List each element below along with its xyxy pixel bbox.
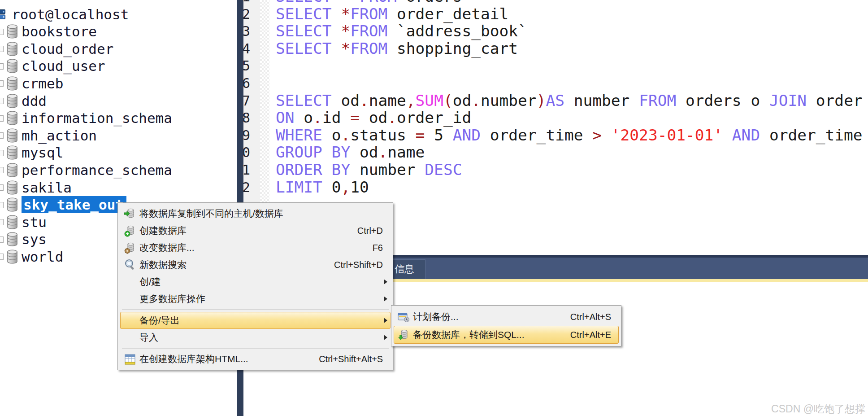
database-icon	[6, 232, 18, 246]
database-icon	[6, 94, 18, 108]
menu-item-shortcut: Ctrl+Alt+S	[570, 312, 618, 322]
menu-item-label: 备份数据库，转储到SQL...	[413, 328, 525, 341]
tree-expander[interactable]	[0, 202, 4, 208]
scheduled-backup-icon	[394, 311, 413, 323]
tree-item-cloud_order[interactable]: cloud_order	[0, 40, 113, 57]
menu-item[interactable]: 备份数据库，转储到SQL...Ctrl+Alt+E	[394, 326, 619, 344]
tree-item-connection[interactable]: root@localhost	[0, 5, 129, 23]
data-search-icon	[121, 258, 139, 271]
tree-item-ddd[interactable]: ddd	[0, 92, 47, 109]
menu-item[interactable]: 创/建	[120, 273, 391, 290]
tree-item-sky_take_out[interactable]: sky_take_out	[0, 196, 126, 214]
tree-item-mh_action[interactable]: mh_action	[0, 127, 97, 144]
line-number: 12	[243, 179, 250, 196]
menu-item[interactable]: 计划备份...Ctrl+Alt+S	[394, 308, 619, 326]
tree-expander[interactable]	[0, 132, 4, 139]
line-number: 7	[243, 92, 250, 109]
code-segment: ON	[276, 109, 295, 127]
code-line: SELECT *FROM order_detail	[276, 5, 508, 23]
code-segment: od	[453, 92, 472, 109]
code-segment: ORDER BY	[276, 161, 350, 179]
code-segment: od	[350, 143, 378, 161]
database-icon	[6, 111, 18, 125]
tree-item-bookstore[interactable]: bookstore	[0, 23, 97, 40]
code-segment: o	[322, 126, 341, 144]
code-segment: status	[350, 126, 415, 144]
menu-item[interactable]: 更多数据库操作	[120, 290, 391, 307]
database-icon	[6, 24, 18, 39]
menu-item-label: 导入	[139, 331, 158, 344]
tree-expander[interactable]	[0, 219, 4, 225]
tree-item-sys[interactable]: sys	[0, 231, 47, 248]
tree-item-label: information_schema	[22, 110, 172, 126]
code-segment: AS	[546, 92, 564, 109]
code-segment: (	[443, 92, 453, 109]
code-segment: AND	[732, 126, 760, 144]
code-segment: .	[341, 126, 350, 144]
menu-item-label: 创/建	[139, 276, 161, 288]
tree-item-label: stu	[22, 214, 47, 230]
database-icon	[6, 197, 18, 212]
tree-expander[interactable]	[0, 236, 4, 243]
tree-item-crmeb[interactable]: crmeb	[0, 74, 63, 92]
code-line: WHERE o.status = 5 AND order_time > '202…	[276, 127, 863, 144]
tree-expander[interactable]	[0, 115, 4, 122]
tree-item-world[interactable]: world	[0, 248, 63, 265]
connection-icon	[0, 8, 9, 21]
code-segment: ,	[341, 178, 350, 196]
line-number: 6	[243, 74, 250, 92]
menu-item[interactable]: 新数据搜索Ctrl+Shift+D	[120, 256, 391, 273]
tree-item-stu[interactable]: stu	[0, 213, 47, 231]
database-icon	[6, 215, 18, 229]
tree-expander[interactable]	[0, 98, 4, 104]
menu-item[interactable]: 改变数据库...F6	[120, 239, 391, 256]
menu-item-label: 计划备份...	[413, 311, 459, 323]
tree-item-label: cloud_order	[22, 41, 113, 57]
tree-item-performance_schema[interactable]: performance_schema	[0, 161, 172, 179]
menu-item-shortcut: F6	[373, 243, 390, 253]
tree-item-label: mysql	[22, 145, 63, 161]
code-segment: *	[341, 39, 350, 57]
tree-item-label: crmeb	[22, 75, 63, 92]
code-segment: .	[313, 109, 322, 127]
database-icon	[6, 128, 18, 143]
menu-item[interactable]: 将数据库复制到不同的主机/数据库	[120, 205, 391, 222]
app-window: root@localhostbookstorecloud_ordercloud_…	[0, 0, 868, 416]
menu-item-shortcut: Ctrl+Shift+D	[334, 260, 390, 270]
menu-item[interactable]: 创建数据库Ctrl+D	[120, 222, 391, 239]
tree-item-label: sakila	[22, 180, 72, 196]
code-segment: shopping_cart	[387, 39, 518, 57]
menu-item-label: 将数据库复制到不同的主机/数据库	[139, 207, 283, 220]
tree-item-information_schema[interactable]: information_schema	[0, 109, 172, 127]
code-segment: WHERE	[276, 126, 322, 144]
line-number: 1	[243, 0, 250, 5]
code-line: LIMIT 0,10	[276, 179, 369, 196]
code-segment: `address_book`	[387, 22, 527, 40]
menu-item[interactable]: 在创建数据库架构HTML...Ctrl+Shift+Alt+S	[120, 350, 391, 368]
tree-expander[interactable]	[0, 167, 4, 173]
code-segment: number	[564, 92, 639, 109]
copy-database-icon	[121, 207, 139, 220]
line-number: 4	[243, 40, 250, 57]
code-line: SELECT *FROM shopping_cart	[276, 40, 518, 57]
code-segment: number	[481, 92, 537, 109]
tree-expander[interactable]	[0, 63, 4, 70]
code-segment: FROM	[639, 92, 676, 109]
menu-item[interactable]: 导入	[120, 329, 391, 346]
tree-expander[interactable]	[0, 29, 4, 35]
tree-expander[interactable]	[0, 254, 4, 260]
tree-expander[interactable]	[0, 46, 4, 52]
tree-expander[interactable]	[0, 80, 4, 87]
tree-item-mysql[interactable]: mysql	[0, 144, 63, 162]
line-number: 5	[243, 57, 250, 74]
tree-item-cloud_user[interactable]: cloud_user	[0, 57, 105, 75]
code-segment: 10	[350, 178, 369, 196]
tree-item-sakila[interactable]: sakila	[0, 179, 72, 196]
code-segment	[332, 39, 341, 57]
database-icon	[6, 163, 18, 177]
tree-expander[interactable]	[0, 150, 4, 156]
tree-expander[interactable]	[0, 184, 4, 191]
code-segment: number	[350, 161, 425, 179]
menu-item-label: 在创建数据库架构HTML...	[139, 353, 248, 365]
menu-item[interactable]: 备份/导出	[120, 312, 391, 329]
